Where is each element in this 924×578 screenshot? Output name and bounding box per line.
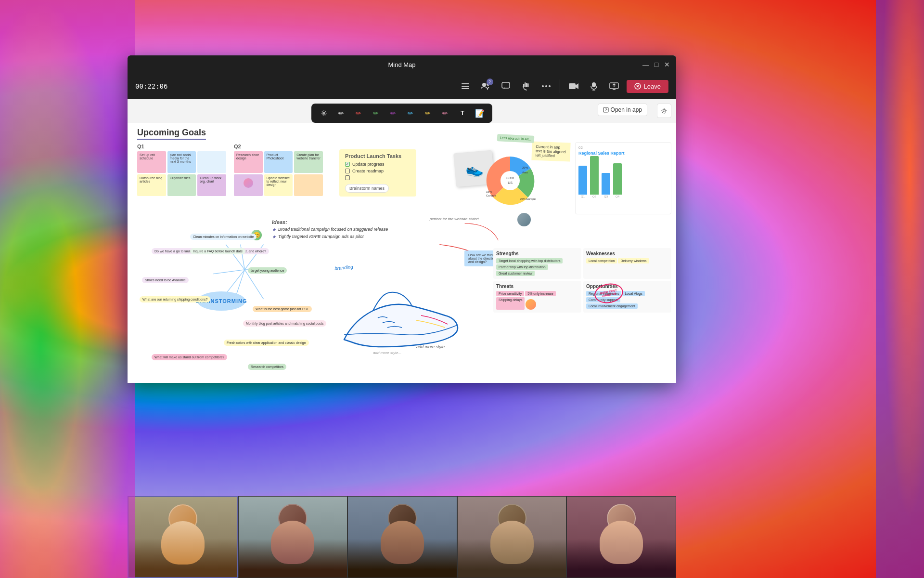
team-member-avatar xyxy=(516,212,532,227)
swot-item[interactable]: Local competition xyxy=(586,258,617,263)
sticky-note[interactable] xyxy=(197,151,226,173)
list-icon-button[interactable] xyxy=(457,78,474,95)
q1-column: Q1 Set up crit schedule plan not social … xyxy=(137,144,226,196)
bg-overlay-left xyxy=(0,0,135,578)
sticky-note[interactable]: Set up crit schedule xyxy=(137,151,166,173)
svg-text:add more style...: add more style... xyxy=(373,351,401,355)
swot-item[interactable]: Shipping delays xyxy=(496,297,525,310)
strengths-cell: Strengths Target local shopping with top… xyxy=(493,248,581,279)
sticky-note[interactable]: Product Photoshoot xyxy=(264,151,293,173)
leave-button[interactable]: Leave xyxy=(627,80,668,93)
participant-card-1 xyxy=(128,496,238,578)
svg-rect-5 xyxy=(502,82,510,88)
pen-tool-pink[interactable]: ✏ xyxy=(438,106,452,120)
perfect-note: perfect for the website slider! xyxy=(430,217,479,221)
camera-icon-button[interactable] xyxy=(565,78,582,95)
pen-tool-blue[interactable]: ✏ xyxy=(404,106,417,120)
swot-item[interactable]: Local Vlogs xyxy=(622,291,644,296)
svg-text:25% Europe: 25% Europe xyxy=(520,197,536,200)
svg-rect-1 xyxy=(462,86,469,87)
svg-point-12 xyxy=(549,85,551,87)
threats-items: Price sensitivity 5% only increase Shipp… xyxy=(496,291,578,310)
minimize-button[interactable]: — xyxy=(642,61,649,68)
weaknesses-items: Local competition Delivery windows xyxy=(586,258,668,263)
pen-tool-black[interactable]: ✏ xyxy=(334,106,348,120)
sticky-note[interactable]: plan not social media for the next 3 mon… xyxy=(167,151,196,173)
sticky-note[interactable]: Create plan for website transfer xyxy=(294,151,323,173)
text-tool[interactable]: T xyxy=(456,106,469,120)
mind-node: target young audience xyxy=(248,267,287,274)
task-item: ✓ Update progress xyxy=(345,162,411,167)
svg-point-19 xyxy=(322,112,325,115)
people-icon-button[interactable]: 2 xyxy=(477,78,494,95)
pen-tool-red[interactable]: ✏ xyxy=(352,106,365,120)
mind-node: Shoes need to be Available xyxy=(142,277,189,283)
pie-chart: 38% US 29% Asia 25% Europe 15% Canada xyxy=(481,152,539,210)
task-item: Create roadmap xyxy=(345,169,411,173)
weaknesses-cell: Weaknesses Local competition Delivery wi… xyxy=(583,248,671,279)
branding-text: branding xyxy=(334,264,354,271)
pen-tool-yellow[interactable]: ✏ xyxy=(421,106,435,120)
participant-card-2 xyxy=(238,496,348,578)
swot-item[interactable]: Local involvement engagement xyxy=(586,303,638,309)
sticky-note-tool[interactable]: 📝 xyxy=(473,106,487,120)
sticky-note[interactable] xyxy=(294,174,323,196)
sticky-note[interactable]: Outsource blog articles xyxy=(137,174,166,196)
task-label: Update progress xyxy=(352,162,385,167)
upcoming-goals-section: Upcoming Goals Q1 Set up crit schedule p… xyxy=(137,128,330,196)
share-screen-button[interactable] xyxy=(605,78,623,95)
threats-label: Threats xyxy=(496,284,578,289)
q2-column: Q2 Research shoe design Product Photosho… xyxy=(234,144,323,196)
mind-node: Research competitors xyxy=(248,364,286,370)
sticky-note[interactable]: Clean up work org. chart xyxy=(197,174,226,196)
task-item xyxy=(345,175,411,180)
quarters-row: Q1 Set up crit schedule plan not social … xyxy=(137,144,330,196)
sticky-note[interactable]: Research shoe design xyxy=(234,151,263,173)
task-checkbox[interactable] xyxy=(345,169,350,173)
q2-grid: Research shoe design Product Photoshoot … xyxy=(234,151,323,196)
selection-tool[interactable] xyxy=(317,106,331,120)
sticky-note[interactable]: Update website to reflect new design xyxy=(264,174,293,196)
swot-item[interactable]: Delivery windows xyxy=(618,258,649,263)
add-more-note: add more style... xyxy=(416,344,449,349)
svg-text:15%: 15% xyxy=(486,190,492,193)
sticky-note[interactable] xyxy=(234,174,263,196)
swot-section: Strengths Target local shopping with top… xyxy=(493,248,671,313)
maximize-button[interactable]: □ xyxy=(653,61,660,68)
swot-item[interactable]: Partnership with top distribution xyxy=(496,264,548,270)
swot-item[interactable]: Great customer review xyxy=(496,271,535,276)
svg-text:38%: 38% xyxy=(506,176,514,180)
close-button[interactable]: ✕ xyxy=(664,61,670,68)
bg-overlay-right xyxy=(876,0,924,578)
swot-item[interactable]: 5% only increase xyxy=(525,291,555,296)
pen-tool-purple[interactable]: ✏ xyxy=(386,106,400,120)
whiteboard-area: ✏ ✏ ✏ ✏ ✏ ✏ ✏ T 📝 Open in app xyxy=(128,99,676,383)
more-options-button[interactable] xyxy=(538,78,555,95)
svg-rect-13 xyxy=(569,83,576,89)
svg-text:29%: 29% xyxy=(522,166,528,169)
svg-text:Canada: Canada xyxy=(486,194,497,197)
hand-icon-button[interactable] xyxy=(517,78,535,95)
task-checkbox-checked[interactable]: ✓ xyxy=(345,162,350,167)
title-bar-controls: — □ ✕ xyxy=(642,61,670,68)
participant-video-3 xyxy=(348,497,457,578)
task-checkbox[interactable] xyxy=(345,175,350,180)
open-in-app-button[interactable]: Open in app xyxy=(598,104,647,116)
swot-item[interactable]: Price sensitivity xyxy=(496,291,524,296)
chat-icon-button[interactable] xyxy=(497,78,514,95)
svg-rect-2 xyxy=(462,88,469,89)
title-bar: Mind Map — □ ✕ xyxy=(128,55,676,74)
product-launch-tasks: Product Launch Tasks ✓ Update progress C… xyxy=(339,149,416,197)
svg-point-11 xyxy=(545,85,547,87)
settings-button[interactable] xyxy=(657,104,671,118)
brainstorm-names-button[interactable]: Brainstorm names xyxy=(345,184,389,193)
meeting-toolbar: 00:22:06 2 xyxy=(128,74,676,99)
mind-node: Monthly blog post articles and matching … xyxy=(243,320,326,327)
idea-star-icon: ★ xyxy=(272,227,276,232)
q2-label: Q2 xyxy=(234,144,323,149)
microphone-icon-button[interactable] xyxy=(585,78,603,95)
swot-item[interactable]: Target local shopping with top distribut… xyxy=(496,258,563,263)
pen-tool-green[interactable]: ✏ xyxy=(369,106,383,120)
svg-rect-14 xyxy=(592,82,596,87)
sticky-note[interactable]: Organize files xyxy=(167,174,196,196)
